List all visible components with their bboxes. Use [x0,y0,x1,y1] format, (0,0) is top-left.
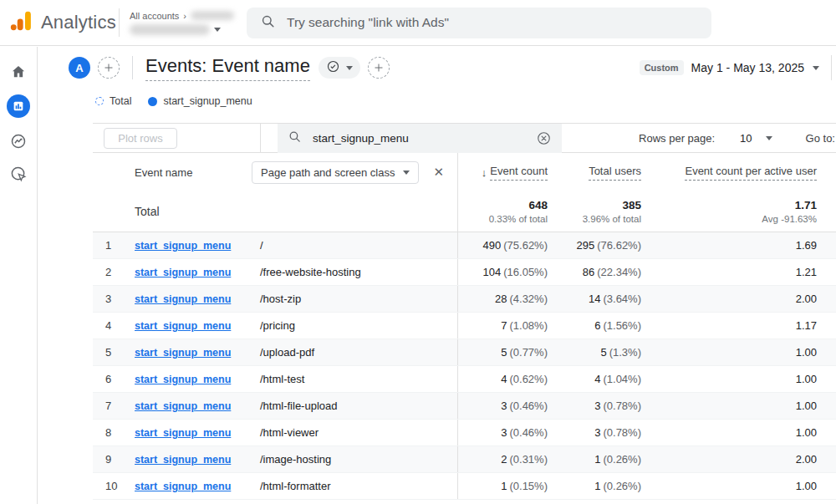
event-name-link[interactable]: start_signup_menu [135,427,231,439]
event-count-cell: 5 (0.77%) [457,339,558,365]
row-index: 9 [93,453,126,466]
pagination-controls: Rows per page: 10 Go to: [639,132,836,145]
table-row: 6 start_signup_menu /html-test 4 (0.62%)… [93,366,836,393]
date-range-picker[interactable]: Custom May 1 - May 13, 2025 [640,55,836,80]
rows-per-page-select[interactable]: 10 [740,132,752,145]
date-caret-icon [813,66,819,70]
sort-descending-icon: ↓ [482,166,487,179]
report-status-pill[interactable] [319,57,360,79]
table-row: 8 start_signup_menu /html-viewer 3 (0.46… [93,420,836,446]
event-count-cell: 490 (75.62%) [457,232,558,258]
search-icon [260,13,276,33]
legend-item-series[interactable]: start_signup_menu [148,95,252,107]
date-preset-badge: Custom [640,60,684,75]
report-table: Plot rows [93,123,836,500]
total-users-cell: 1 (0.26%) [558,473,651,499]
row-index: 5 [93,346,126,359]
advertising-icon[interactable] [9,165,28,183]
secondary-dimension-dropdown[interactable]: Page path and screen class [252,161,419,184]
event-name-link[interactable]: start_signup_menu [135,374,231,385]
event-count-cell: 1 (0.15%) [457,473,558,499]
table-search-input[interactable] [313,132,536,145]
remove-dimension-icon[interactable]: ✕ [433,165,444,180]
date-range-value: May 1 - May 13, 2025 [691,61,804,74]
secondary-dimension-cell: Page path and screen class ✕ [252,153,457,191]
brand: Analytics [0,8,119,37]
analytics-app: Analytics All accounts › [0,0,836,504]
table-row: 9 start_signup_menu /image-hosting 2 (0.… [93,446,836,473]
avatar[interactable]: A [69,57,90,79]
page-path-cell: / [252,239,457,252]
clear-search-icon[interactable] [536,130,552,146]
totals-total-users: 385 3.96% of total [558,191,651,232]
table-search[interactable] [278,124,562,153]
page-path-cell: /html-file-upload [252,400,457,412]
redacted-property-name [130,24,210,35]
event-count-header[interactable]: ↓ Event count [457,153,558,191]
report-header: A Events: Event name Custom M [38,47,836,89]
event-name-cell: start_signup_menu [126,400,252,412]
total-users-header[interactable]: Total users [558,153,651,191]
global-search[interactable] [247,8,711,38]
event-name-link[interactable]: start_signup_menu [135,347,231,359]
toolbar-divider [260,124,261,153]
total-users-cell: 1 (0.26%) [558,446,651,472]
total-users-cell: 14 (3.64%) [558,286,651,312]
event-name-link[interactable]: start_signup_menu [135,400,231,412]
totals-event-count: 648 0.33% of total [457,191,558,232]
per-active-user-cell: 1.00 [651,366,836,392]
row-index: 2 [93,266,126,278]
dimension-header[interactable]: Event name [126,166,252,179]
metric-label: Event count per active user [685,165,817,181]
event-name-link[interactable]: start_signup_menu [135,293,231,305]
legend-label: start_signup_menu [163,95,252,107]
account-caret-icon [214,28,221,32]
rows-per-page-caret-icon[interactable] [766,136,772,140]
account-picker[interactable]: All accounts › [130,11,240,35]
add-comparison-button[interactable] [98,57,120,79]
left-nav [0,47,38,504]
event-name-link[interactable]: start_signup_menu [135,320,231,332]
page-path-cell: /html-viewer [252,426,457,439]
per-active-user-cell: 1.21 [651,259,836,285]
add-report-button[interactable] [368,57,390,79]
per-active-user-cell: 1.00 [651,473,836,499]
table-body: 1 start_signup_menu / 490 (75.62%) 295 (… [93,232,836,500]
legend-item-total[interactable]: Total [95,95,131,107]
table-row: 10 start_signup_menu /html-formatter 1 (… [93,473,836,500]
page-path-cell: /pricing [252,319,457,332]
plot-rows-button[interactable]: Plot rows [104,128,177,149]
explore-icon[interactable] [9,132,28,150]
pill-caret-icon [346,66,353,70]
event-name-cell: start_signup_menu [126,239,252,252]
event-name-cell: start_signup_menu [126,426,252,439]
page-title[interactable]: Events: Event name [145,55,310,81]
per-active-user-cell: 2.00 [651,286,836,312]
per-active-user-header[interactable]: Event count per active user [651,153,836,191]
table-row: 7 start_signup_menu /html-file-upload 3 … [93,393,836,420]
event-name-link[interactable]: start_signup_menu [135,240,231,252]
page-path-cell: /html-formatter [252,480,457,492]
home-icon[interactable] [10,64,27,80]
global-search-input[interactable] [287,15,638,30]
event-name-link[interactable]: start_signup_menu [135,454,231,466]
total-users-cell: 4 (1.04%) [558,366,651,392]
event-count-cell: 28 (4.32%) [457,286,558,312]
event-count-cell: 7 (1.08%) [457,313,558,339]
table-row: 4 start_signup_menu /pricing 7 (1.08%) 6… [93,313,836,339]
total-users-cell: 295 (76.62%) [558,232,651,258]
dimension-caret-icon [403,171,410,175]
total-series-icon [95,97,104,105]
top-bar: Analytics All accounts › [0,0,836,46]
table-header-row: Event name Page path and screen class ✕ … [93,153,836,191]
row-index: 1 [93,239,126,252]
reports-icon[interactable] [7,94,30,118]
table-row: 5 start_signup_menu /upload-pdf 5 (0.77%… [93,339,836,366]
table-toolbar: Plot rows [93,123,836,153]
per-active-user-cell: 2.00 [651,446,836,472]
event-name-link[interactable]: start_signup_menu [135,481,231,492]
event-name-cell: start_signup_menu [126,293,252,305]
event-name-link[interactable]: start_signup_menu [135,267,231,278]
event-name-cell: start_signup_menu [126,453,252,466]
page-path-cell: /upload-pdf [252,346,457,359]
